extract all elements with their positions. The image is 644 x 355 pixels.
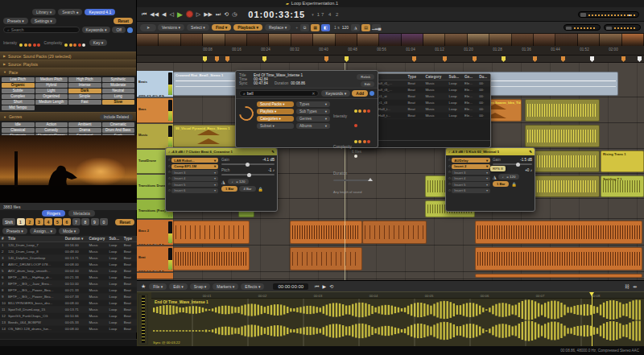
timeline-marker[interactable] [215,56,219,62]
clip[interactable] [290,247,362,270]
track-e-button[interactable]: E [147,95,151,97]
genre-button-idle[interactable]: Idle [2,122,35,127]
pace-button-slow[interactable]: Slow [102,100,135,105]
find-dropdown[interactable]: Find ▾ [212,24,231,31]
go-to-end-button[interactable]: ⏭ [216,10,221,19]
inspector-types-dropdown[interactable]: Types▾ [296,101,330,107]
play-button[interactable]: ▶ [177,10,183,19]
power-icon[interactable]: ⏻ [168,177,171,180]
duration-slider[interactable] [333,180,373,181]
genre-button-cinematic[interactable]: Cinematic [102,122,135,127]
tab-keyword[interactable]: Keyword 4.1 [85,9,115,15]
versions-dropdown[interactable]: Versions ▾ [158,24,184,31]
finger-key-0[interactable]: 0 [100,218,108,225]
power-icon[interactable]: ⏻ [168,159,171,162]
favorite-star-icon[interactable]: ★ [141,283,146,290]
finger-key-7[interactable]: 7 [72,218,80,225]
track-e-button[interactable]: E [147,270,151,272]
tempo-value[interactable]: 120 [342,25,349,30]
tab-metadata[interactable]: Metadata [68,210,95,217]
file-row[interactable]: 11SpotTrill_DrumLoop_1500:13.71MusicLoop… [0,307,137,313]
pace-button-dark[interactable]: Dark [68,89,101,93]
finger-key-6[interactable]: 6 [63,218,71,225]
track-a-button[interactable]: A [159,122,163,123]
complexity-dot[interactable] [363,140,366,143]
column-header-[interactable]: # [0,236,6,242]
zoom-vertical-slider[interactable] [604,24,641,31]
finger-key-3[interactable]: 3 [35,218,43,225]
finger-key-8[interactable]: 8 [81,218,89,225]
clip[interactable] [475,247,642,270]
track-header-bass[interactable]: Bass0.0EMALINK [137,98,173,123]
complexity-dot[interactable] [69,43,72,47]
power-icon[interactable]: ⏻ [168,171,171,174]
playback-dropdown[interactable]: Playback ▾ [233,24,262,31]
tab-search[interactable]: Search ● [58,9,82,15]
file-row[interactable]: 6BFTF_-_BG_-_HipHop_dr...00:21.33MusicLo… [0,275,137,281]
pace-button-high-pitch[interactable]: High Pitch [68,77,101,82]
clip-swirling-t-1[interactable]: Swirling T 1 [601,175,644,197]
record-button[interactable] [186,10,193,18]
track-gain-value[interactable]: 0.0 [138,95,146,97]
file-row[interactable]: 9BFTF_-_BG_-_Power_Bea...00:07.33MusicLo… [0,294,137,300]
complexity-dot[interactable] [354,155,357,158]
clear-search-icon[interactable]: ✕ [312,91,315,96]
inspector-sub-types-dropdown[interactable]: Sub Types▾ [296,109,330,114]
clip[interactable] [173,247,250,270]
waveform-view-icon[interactable]: ▁▂▄ [372,24,381,31]
clip[interactable] [475,274,642,278]
clip[interactable] [362,221,427,244]
waveform-display[interactable] [151,299,644,347]
pace-button-long[interactable]: Long [102,94,135,99]
intensity-dot[interactable] [33,43,36,47]
intensity-dot[interactable] [358,109,361,113]
toolbar-plus-icon[interactable]: + [295,25,298,30]
intensity-dot[interactable] [24,43,27,47]
pace-button-intense[interactable]: Intense [68,83,101,88]
effects-dropdown[interactable]: Effects ▾ [241,283,264,290]
timeline-marker[interactable] [225,56,229,62]
track-header-beat[interactable]: Beat0.0EMALINK [137,246,173,272]
intensity-dot[interactable] [37,43,40,47]
track-gain-value[interactable]: 0.0 [138,122,146,123]
pace-button-organized[interactable]: Organized [35,94,68,99]
track-m-button[interactable]: M [152,244,158,246]
file-row[interactable]: 4ABVC_DRUM LOOP 078...00:08.00MusicLoopB… [0,262,137,268]
include-related-button[interactable]: Include Related [100,114,133,120]
clock-button[interactable]: ◷ [232,10,237,19]
one-bar-button[interactable]: 1 Bar [493,181,509,187]
section-pace[interactable]: ▼Pace [0,68,136,76]
markers-dropdown[interactable]: Markers ▾ [213,283,238,290]
insert-insert-2[interactable]: Insert 2▾ [452,164,490,169]
power-icon[interactable]: ⏻ [448,171,451,174]
marker-mode-icon[interactable]: ◧ [321,24,330,31]
filter-toggle[interactable] [127,27,133,33]
intensity-dot[interactable] [28,43,31,47]
insert-insert-4[interactable]: Insert 4▾ [171,176,218,181]
inspector-genres-dropdown[interactable]: Genres▾ [296,116,330,122]
off-toggle-label[interactable]: Off [112,27,126,33]
track-e-button[interactable]: E [147,244,151,246]
track-a-button[interactable]: A [159,270,163,272]
timeline-marker[interactable] [262,56,266,62]
file-row[interactable]: 1120_Drum_Loop_700:16.00MusicLoopBeat [0,242,137,249]
column-header-category[interactable]: Category [423,74,447,80]
pace-button-medium-pitch[interactable]: Medium Pitch [35,77,68,82]
nudge-back-button[interactable]: ◁ [169,10,173,19]
timeline-marker[interactable] [412,56,416,62]
fast-forward-button[interactable]: ▶▶ [204,10,213,19]
timeline-marker[interactable] [638,56,642,62]
clip-rising-trans-1[interactable]: Rising Trans 1 [601,151,644,172]
edit-pencil-icon[interactable]: ✎ [529,150,532,154]
power-icon[interactable]: ⏻ [168,183,171,186]
complexity-dot[interactable] [358,140,361,143]
track-header-bass-2[interactable]: Bass 20.0EMALINK [137,220,173,246]
file-row[interactable]: 13Beeds_064_BOBPW00:05.33MusicLoopBeat [0,320,137,326]
metronome-icon[interactable]: ◮ [351,24,360,31]
inspector-intensity-dots[interactable] [354,101,374,130]
video-filmstrip[interactable] [137,34,644,46]
inspector-sound-packs-button[interactable]: Sound Packs ▾ [257,101,294,107]
genre-button-ambient[interactable]: Ambient [68,122,101,127]
power-icon[interactable]: ⏻ [448,177,451,180]
quantize-grid-icon[interactable]: ▤ [361,24,370,31]
